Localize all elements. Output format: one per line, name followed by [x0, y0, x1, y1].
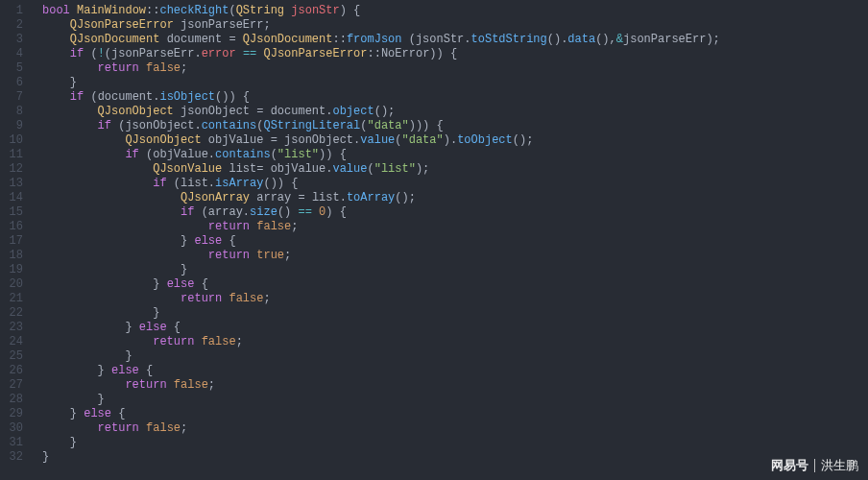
code-line[interactable]: QJsonObject objValue = jsonObject.value(…	[31, 133, 868, 148]
code-token: }	[42, 349, 133, 363]
code-line[interactable]: return false;	[31, 220, 868, 234]
code-line[interactable]: } else {	[31, 234, 868, 249]
code-token: (	[105, 47, 111, 60]
code-line[interactable]: return true;	[31, 249, 868, 263]
code-line[interactable]: } else {	[31, 277, 868, 292]
code-token: (	[229, 4, 235, 17]
code-token: array	[208, 205, 243, 219]
code-token: QJsonArray	[181, 191, 250, 204]
code-line[interactable]: }	[31, 450, 868, 465]
code-token: ;	[181, 61, 187, 75]
code-token: ::	[368, 47, 381, 60]
code-line[interactable]: if (jsonObject.contains(QStringLiteral("…	[31, 119, 868, 133]
code-token: .	[340, 191, 347, 204]
code-token: jsonStr	[416, 33, 464, 46]
code-token: false	[202, 335, 236, 348]
code-line[interactable]: QJsonObject jsonObject = document.object…	[31, 105, 868, 119]
code-token: .	[208, 177, 215, 190]
code-token: QString	[236, 4, 284, 17]
code-token: ==	[298, 205, 311, 219]
code-line[interactable]: if (objValue.contains("list")) {	[31, 148, 868, 162]
code-line[interactable]: if (document.isObject()) {	[31, 90, 868, 105]
line-number: 1	[0, 4, 31, 18]
line-number: 25	[0, 349, 31, 364]
code-token: size	[250, 205, 277, 219]
code-line[interactable]: }	[31, 349, 868, 364]
code-line[interactable]: bool MainWindow::checkRight(QString json…	[31, 4, 868, 18]
code-line[interactable]: QJsonParseError jsonParseErr;	[31, 18, 868, 33]
code-token: else	[111, 364, 139, 377]
code-area[interactable]: bool MainWindow::checkRight(QString json…	[31, 0, 868, 480]
code-line[interactable]: QJsonDocument document = QJsonDocument::…	[31, 33, 868, 47]
line-number: 19	[0, 263, 31, 277]
code-line[interactable]: }	[31, 393, 868, 407]
line-number: 11	[0, 148, 31, 162]
code-token: ::	[332, 33, 346, 46]
code-token	[42, 335, 153, 348]
code-token: jsonObject	[284, 133, 353, 147]
code-token: isArray	[215, 177, 263, 190]
code-token: ()) {	[215, 90, 250, 104]
code-line[interactable]: } else {	[31, 321, 868, 335]
code-token: QJsonParseError	[70, 18, 174, 32]
code-token: value	[360, 133, 395, 147]
code-line[interactable]: }	[31, 76, 868, 90]
code-token: =	[291, 191, 312, 204]
code-token: fromJson	[347, 33, 402, 46]
code-token	[159, 33, 166, 46]
line-number: 13	[0, 177, 31, 191]
code-line[interactable]: if (list.isArray()) {	[31, 177, 868, 191]
code-line[interactable]: if (array.size() == 0) {	[31, 205, 868, 220]
code-line[interactable]: if (!(jsonParseErr.error == QJsonParseEr…	[31, 47, 868, 61]
code-token: }	[42, 450, 49, 464]
code-token: value	[332, 162, 367, 176]
code-token: ();	[513, 133, 534, 147]
code-line[interactable]: return false;	[31, 61, 868, 76]
code-token: jsonParseErr	[181, 18, 263, 32]
code-token: (	[84, 90, 97, 104]
code-token	[42, 205, 181, 219]
code-line[interactable]: }	[31, 436, 868, 450]
code-line[interactable]: QJsonArray array = list.toArray();	[31, 191, 868, 205]
code-line[interactable]: QJsonValue list= objValue.value("list");	[31, 162, 868, 177]
code-token: list	[229, 162, 256, 176]
code-token: objValue	[208, 133, 264, 147]
code-token: ();	[395, 191, 416, 204]
code-token	[167, 378, 174, 392]
code-token: (	[402, 33, 416, 46]
code-token: list	[312, 191, 340, 204]
code-token: ();	[374, 105, 396, 118]
code-token: else	[84, 407, 111, 420]
code-line[interactable]: return false;	[31, 335, 868, 349]
code-token: contains	[215, 148, 271, 161]
code-token	[174, 18, 181, 32]
code-token: QJsonValue	[153, 162, 222, 176]
code-token: list	[181, 177, 208, 190]
code-token: =	[250, 105, 271, 118]
code-token: =	[263, 133, 284, 147]
code-token: document	[98, 90, 154, 104]
code-line[interactable]: return false;	[31, 292, 868, 306]
code-line[interactable]: return false;	[31, 421, 868, 436]
line-number: 31	[0, 436, 31, 450]
code-token	[139, 61, 146, 75]
line-number: 32	[0, 450, 31, 465]
code-token: }	[42, 407, 84, 420]
code-token: {	[111, 407, 125, 420]
code-line[interactable]: }	[31, 306, 868, 321]
code-token	[42, 177, 153, 190]
code-line[interactable]: } else {	[31, 364, 868, 378]
line-number: 4	[0, 47, 31, 61]
code-token: contains	[202, 119, 257, 132]
code-token: toStdString	[471, 33, 547, 46]
code-token: ;	[263, 18, 270, 32]
code-token: if	[181, 205, 194, 219]
line-number: 14	[0, 191, 31, 205]
code-token: (),	[595, 33, 616, 46]
code-token	[42, 18, 70, 32]
code-line[interactable]: } else {	[31, 407, 868, 421]
code-line[interactable]: }	[31, 263, 868, 277]
code-token: return	[153, 335, 194, 348]
code-token	[236, 47, 243, 60]
code-line[interactable]: return false;	[31, 378, 868, 393]
